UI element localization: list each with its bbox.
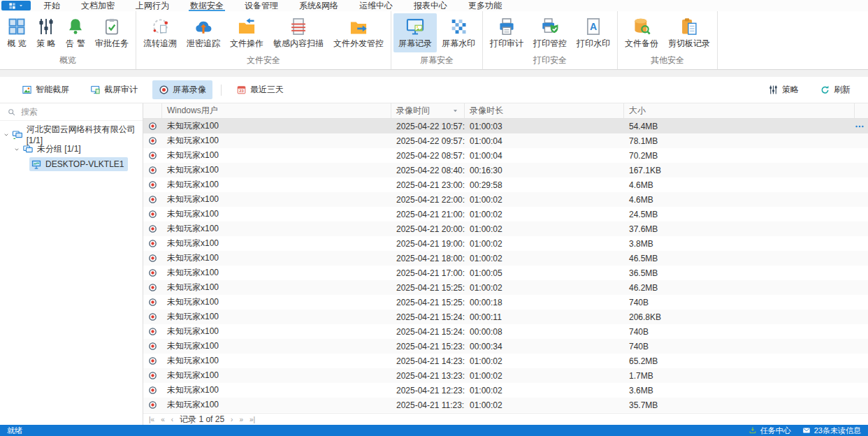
cell-user: 未知玩家x100 [162,311,391,323]
menu-tab-7[interactable]: 运维中心 [349,0,403,11]
column-header-4[interactable]: 录像时长 [465,103,624,118]
table-row[interactable]: 未知玩家x1002025-04-21 15:24:4300:00:08740B [143,324,868,339]
table-row[interactable]: 未知玩家x1002025-04-21 19:00:3901:00:023.8MB [143,236,868,251]
ribbon-button-policy-sliders[interactable]: 策 略 [31,13,61,52]
column-header-1[interactable] [143,103,162,118]
menu-tab-3[interactable]: 上网行为 [125,0,180,11]
ribbon-button-label: 文件操作 [230,38,263,50]
table-row[interactable]: 未知玩家x1002025-04-22 08:40:1800:16:30167.1… [143,163,868,177]
page-fast-prev-button[interactable]: « [161,416,165,423]
company-monitors-icon [12,129,23,140]
record-cell [143,151,162,160]
menu-tab-9[interactable]: 更多功能 [458,0,512,11]
column-header-3[interactable]: 录像时间 [391,103,465,118]
table-row[interactable]: 未知玩家x1002025-04-21 23:00:5000:29:584.6MB [143,177,868,192]
app-menu-caret-icon [18,3,24,8]
table-row[interactable]: 未知玩家x1002025-04-22 09:57:0501:00:0478.1M… [143,133,868,148]
table-row[interactable]: 未知玩家x1002025-04-21 15:24:5100:00:11206.8… [143,310,868,324]
table-row[interactable]: 未知玩家x1002025-04-21 15:23:2200:00:34740B [143,339,868,354]
table-row[interactable]: 未知玩家x1002025-04-21 12:23:1501:00:023.6MB [143,383,868,398]
ribbon-button-clipboard-record[interactable]: 剪切板记录 [663,13,715,52]
ribbon-button-file-outgoing-control[interactable]: 文件外发管控 [328,13,389,52]
status-bar-right: 任务中心 23条未读信息 [748,426,861,436]
record-icon [148,210,157,219]
record-cell [143,195,162,204]
toolbar-button-label: 屏幕录像 [173,84,206,96]
table-row[interactable]: 未知玩家x1002025-04-21 13:23:1701:00:021.7MB [143,368,868,383]
ellipsis-menu-icon[interactable] [855,122,865,131]
menu-tab-6[interactable]: 系统&网络 [289,0,349,11]
cell-user: 未知玩家x100 [162,399,391,411]
cell-duration: 01:00:05 [465,268,624,278]
cell-user: 未知玩家x100 [162,164,391,176]
tree-node-1[interactable]: 河北安固云网络科技有限公司 [1/1] [0,127,143,142]
record-icon [148,136,157,145]
record-icon [148,166,157,175]
ribbon-group-label: 屏幕安全 [393,54,480,69]
unread-messages-button[interactable]: 23条未读信息 [802,426,861,436]
page-next-button[interactable]: › [231,416,233,423]
ribbon-group-5: 文件备份剪切板记录其他安全 [618,11,718,69]
table-row[interactable]: 未知玩家x1002025-04-21 21:00:4501:00:0224.5M… [143,207,868,221]
cell-user: 未知玩家x100 [162,135,391,147]
cell-duration: 01:00:02 [465,254,624,263]
table-row[interactable]: 未知玩家x1002025-04-22 08:57:0101:00:0470.2M… [143,148,868,163]
ribbon-button-file-operations[interactable]: 文件操作 [225,13,268,52]
table-row[interactable]: 未知玩家x1002025-04-21 15:25:0300:00:18740B [143,295,868,310]
ribbon-button-screen-watermark[interactable]: 屏幕水印 [437,13,480,52]
menu-tab-5[interactable]: 设备管理 [234,0,289,11]
record-icon [148,400,157,409]
cell-time: 2025-04-21 23:00:50 [391,180,465,190]
tree-expand-toggle[interactable] [3,131,10,138]
menu-tab-4[interactable]: 数据安全 [180,0,234,11]
ribbon-button-overview-grid[interactable]: 概 览 [2,13,31,52]
table-row[interactable]: 未知玩家x1002025-04-21 15:25:2101:00:0246.2M… [143,280,868,295]
page-fast-next-button[interactable]: » [239,416,243,423]
ribbon-button-sensitive-content-scan[interactable]: 敏感内容扫描 [268,13,328,52]
refresh-icon [820,85,830,95]
ribbon-button-print-audit[interactable]: 打印审计 [485,13,528,52]
table-row[interactable]: 未知玩家x1002025-04-22 10:57:1001:00:0354.4M… [143,119,868,133]
tree-node-3[interactable]: DESKTOP-VLKTLE1 [0,157,143,171]
page-last-button[interactable]: »| [249,416,255,423]
cell-duration: 00:29:58 [465,180,624,190]
menu-tab-1[interactable]: 开始 [33,0,71,11]
toolbar-button-smart-screenshot[interactable]: 智能截屏 [15,80,75,99]
ribbon-button-approval-tasks[interactable]: 审批任务 [90,13,133,52]
menu-tab-2[interactable]: 文档加密 [71,0,125,11]
record-cell [143,254,162,263]
table-row[interactable]: 未知玩家x1002025-04-21 11:23:1201:00:0235.7M… [143,398,868,412]
table-row[interactable]: 未知玩家x1002025-04-21 18:00:3701:00:0246.5M… [143,251,868,266]
cell-duration: 00:00:11 [465,312,624,322]
recording-table-panel: Windows用户录像时间录像时长大小 未知玩家x1002025-04-22 1… [143,103,868,425]
ribbon-button-print-watermark[interactable]: A打印水印 [572,13,615,52]
column-header-2[interactable]: Windows用户 [162,103,391,118]
ribbon-button-screen-record[interactable]: 屏幕记录 [393,13,437,52]
page-first-button[interactable]: |« [149,416,154,423]
column-header-5[interactable]: 大小 [624,103,855,118]
menu-tab-8[interactable]: 报表中心 [403,0,458,11]
toolbar-button-screenshot-audit[interactable]: 截屏审计 [84,80,144,99]
page-prev-button[interactable]: ‹ [171,416,173,423]
ribbon-button-alert-bell[interactable]: 告 警 [61,13,90,52]
ribbon-button-file-backup[interactable]: 文件备份 [620,13,663,52]
cell-time: 2025-04-21 21:00:45 [391,210,465,219]
toolbar-button-calendar-23[interactable]: 23最近三天 [230,80,290,99]
table-row[interactable]: 未知玩家x1002025-04-21 22:00:4801:00:024.6MB [143,192,868,207]
app-menu-button[interactable] [1,1,31,10]
ribbon-button-flow-trace[interactable]: 流转追溯 [138,13,182,52]
toolbar-button-policy-small[interactable]: 策略 [762,80,805,99]
column-header-6[interactable] [855,103,868,118]
table-row[interactable]: 未知玩家x1002025-04-21 17:00:3101:00:0536.5M… [143,266,868,280]
toolbar-button-record[interactable]: 屏幕录像 [152,80,212,99]
toolbar-button-refresh[interactable]: 刷新 [813,80,857,99]
tree-expand-toggle[interactable] [13,146,21,153]
ribbon-button-print-control[interactable]: 打印管控 [528,13,572,52]
toolbar-button-label: 智能截屏 [36,84,69,96]
table-row[interactable]: 未知玩家x1002025-04-21 20:00:4201:00:0237.6M… [143,221,868,236]
screen-record-icon [405,17,425,36]
task-center-button[interactable]: 任务中心 [748,426,791,436]
table-row[interactable]: 未知玩家x1002025-04-21 14:23:2001:00:0265.2M… [143,354,868,368]
ribbon-button-leak-tracking[interactable]: 泄密追踪 [182,13,225,52]
search-input[interactable] [21,107,136,117]
